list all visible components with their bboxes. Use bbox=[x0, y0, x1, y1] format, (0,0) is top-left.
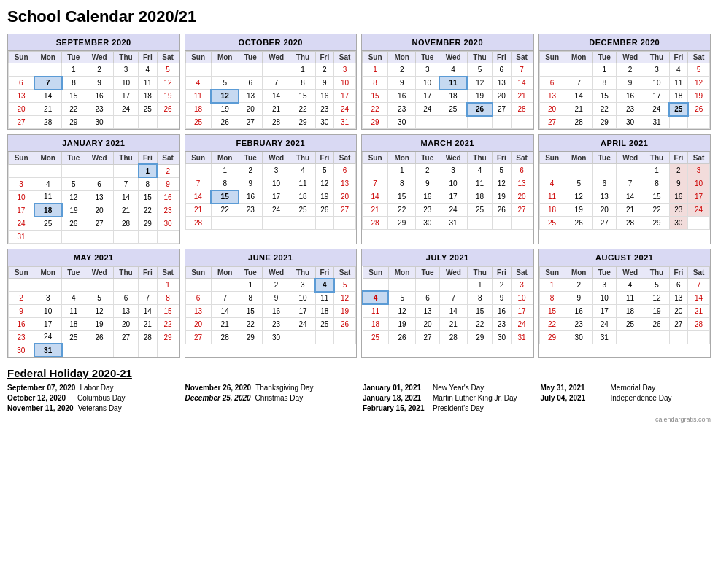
cal-day: 2 bbox=[616, 63, 644, 77]
cal-day: 28 bbox=[262, 116, 290, 129]
cal-day: 4 bbox=[439, 63, 468, 77]
cal-day: 13 bbox=[592, 190, 616, 204]
cal-day: 25 bbox=[315, 318, 333, 331]
cal-day bbox=[62, 164, 85, 177]
cal-day: 24 bbox=[34, 330, 62, 344]
cal-day: 16 bbox=[416, 190, 439, 204]
cal-day: 21 bbox=[211, 318, 239, 331]
cal-day: 31 bbox=[644, 116, 669, 129]
holiday-date: October 12, 2020 bbox=[7, 394, 73, 402]
cal-day bbox=[85, 230, 114, 243]
cal-day: 7 bbox=[185, 177, 211, 190]
day-header-Tue: Tue bbox=[62, 266, 85, 278]
holiday-date: January 18, 2021 bbox=[363, 394, 428, 402]
day-header-Sun: Sun bbox=[185, 52, 211, 63]
day-header-Tue: Tue bbox=[592, 152, 616, 164]
cal-day: 18 bbox=[616, 304, 644, 317]
cal-day: 4 bbox=[139, 63, 157, 77]
cal-day: 15 bbox=[644, 190, 669, 204]
cal-day bbox=[139, 230, 157, 243]
cal-day: 3 bbox=[262, 164, 290, 177]
cal-day bbox=[467, 116, 492, 129]
day-header-Fri: Fri bbox=[139, 152, 157, 165]
holiday-name: New Year's Day bbox=[433, 384, 484, 392]
cal-day: 7 bbox=[565, 77, 592, 90]
cal-day: 25 bbox=[439, 103, 468, 116]
cal-day bbox=[493, 217, 511, 230]
cal-day: 3 bbox=[334, 63, 356, 77]
cal-day: 21 bbox=[616, 204, 644, 217]
cal-day: 21 bbox=[439, 317, 467, 330]
cal-table-10: SunMonTueWedThuFriSat1234567891011121314… bbox=[362, 266, 533, 344]
cal-day: 5 bbox=[388, 291, 416, 304]
cal-day: 11 bbox=[185, 90, 211, 103]
day-header-Wed: Wed bbox=[85, 52, 114, 63]
cal-day: 29 bbox=[468, 330, 493, 344]
cal-day bbox=[416, 116, 439, 129]
cal-day: 13 bbox=[239, 90, 262, 103]
cal-day: 26 bbox=[644, 317, 669, 330]
day-header-Wed: Wed bbox=[262, 266, 290, 279]
cal-day: 9 bbox=[616, 77, 644, 90]
day-header-Fri: Fri bbox=[669, 152, 687, 164]
month-4: JANUARY 2021SunMonTueWedThuFriSat1234567… bbox=[7, 134, 180, 244]
cal-day: 4 bbox=[669, 63, 687, 77]
day-header-Fri: Fri bbox=[493, 152, 511, 164]
cal-day: 23 bbox=[616, 103, 644, 116]
month-title-11: AUGUST 2021 bbox=[539, 249, 711, 266]
month-10: JULY 2021SunMonTueWedThuFriSat1234567891… bbox=[361, 249, 534, 359]
cal-day: 31 bbox=[334, 116, 356, 129]
cal-day: 3 bbox=[644, 63, 669, 77]
day-header-Sun: Sun bbox=[9, 52, 34, 63]
cal-day bbox=[688, 330, 710, 344]
cal-day bbox=[62, 230, 85, 243]
cal-day: 1 bbox=[62, 63, 85, 77]
day-header-Wed: Wed bbox=[85, 266, 114, 278]
cal-day bbox=[239, 63, 262, 77]
cal-day: 28 bbox=[439, 330, 467, 344]
cal-day: 1 bbox=[239, 279, 262, 292]
cal-day: 31 bbox=[511, 330, 533, 344]
cal-day: 26 bbox=[85, 330, 114, 344]
cal-day bbox=[467, 217, 492, 230]
cal-day bbox=[62, 344, 85, 357]
day-header-Mon: Mon bbox=[388, 266, 416, 278]
month-title-3: DECEMBER 2020 bbox=[539, 34, 711, 51]
day-header-Wed: Wed bbox=[85, 152, 114, 165]
cal-day bbox=[185, 63, 211, 77]
cal-day bbox=[9, 63, 34, 77]
cal-day: 27 bbox=[539, 116, 565, 129]
holiday-item: November 11, 2020Veterans Day bbox=[7, 404, 178, 412]
cal-day: 5 bbox=[157, 63, 179, 77]
cal-day: 6 bbox=[185, 292, 211, 305]
cal-day: 18 bbox=[363, 317, 388, 330]
cal-day: 20 bbox=[185, 318, 211, 331]
cal-day: 12 bbox=[62, 190, 85, 204]
cal-day bbox=[9, 278, 34, 291]
month-title-4: JANUARY 2021 bbox=[8, 135, 180, 152]
cal-day: 5 bbox=[62, 177, 85, 190]
cal-day: 14 bbox=[113, 190, 138, 204]
cal-day: 24 bbox=[416, 103, 439, 116]
cal-day: 2 bbox=[493, 278, 511, 291]
cal-day: 29 bbox=[239, 331, 262, 344]
holiday-date: January 01, 2021 bbox=[363, 384, 428, 392]
cal-day: 27 bbox=[511, 204, 533, 217]
cal-day: 25 bbox=[290, 204, 315, 217]
cal-day: 14 bbox=[439, 304, 467, 317]
day-header-Mon: Mon bbox=[34, 52, 62, 63]
cal-day: 26 bbox=[688, 103, 710, 116]
cal-day: 8 bbox=[211, 177, 239, 190]
cal-day: 2 bbox=[239, 164, 262, 177]
cal-day: 11 bbox=[315, 292, 333, 305]
cal-day: 17 bbox=[592, 304, 616, 317]
cal-day: 6 bbox=[239, 77, 262, 90]
cal-day: 6 bbox=[416, 291, 439, 304]
day-header-Mon: Mon bbox=[211, 52, 239, 63]
day-header-Sat: Sat bbox=[157, 52, 179, 63]
day-header-Thu: Thu bbox=[468, 266, 493, 278]
cal-day: 4 bbox=[185, 77, 211, 90]
cal-day: 31 bbox=[9, 230, 34, 243]
cal-day: 17 bbox=[416, 90, 439, 103]
cal-day: 24 bbox=[688, 204, 710, 217]
